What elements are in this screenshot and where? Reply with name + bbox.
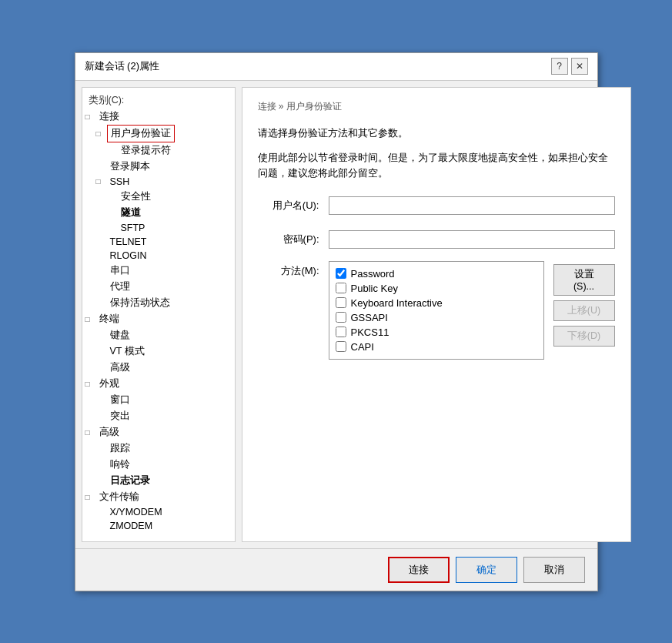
tree-item-trace[interactable]: 跟踪 — [85, 440, 232, 457]
tree-label-serial[interactable]: 串口 — [107, 263, 133, 279]
checkbox-pkcs11[interactable] — [336, 327, 346, 337]
tree-label-login-prompt[interactable]: 登录提示符 — [118, 142, 174, 159]
tree-item-serial[interactable]: 串口 — [85, 263, 232, 279]
tree-item-bell[interactable]: 响铃 — [85, 457, 232, 473]
spacer — [96, 460, 107, 469]
tree-item-rlogin[interactable]: RLOGIN — [85, 249, 232, 263]
tree-label-tunnel[interactable]: 隧道 — [118, 205, 144, 221]
tree-item-logging[interactable]: 日志记录 — [85, 473, 232, 489]
username-row: 用户名(U): — [258, 196, 615, 215]
spacer — [96, 444, 107, 453]
tree-item-tunnel[interactable]: 隧道 — [85, 205, 232, 221]
method-keyboard[interactable]: Keyboard Interactive — [336, 297, 537, 309]
tree-label-bell[interactable]: 响铃 — [107, 457, 133, 473]
ok-button[interactable]: 确定 — [456, 557, 517, 583]
tree-item-xymodem[interactable]: X/YMODEM — [85, 505, 232, 519]
tree-label-terminal[interactable]: 终端 — [96, 311, 122, 327]
spacer — [96, 477, 107, 485]
spacer — [96, 363, 107, 372]
breadcrumb: 连接 » 用户身份验证 — [258, 100, 615, 113]
spacer — [96, 331, 107, 340]
tree-item-keyboard[interactable]: 键盘 — [85, 327, 232, 343]
expander-icon: □ — [85, 493, 96, 501]
password-input[interactable] — [329, 230, 615, 249]
tree-item-login-script[interactable]: 登录脚本 — [85, 159, 232, 175]
tree-label-advanced-terminal[interactable]: 高级 — [107, 360, 133, 376]
tree-item-advanced-terminal[interactable]: 高级 — [85, 360, 232, 376]
move-down-button[interactable]: 下移(D) — [553, 326, 615, 347]
tree-label-sftp[interactable]: SFTP — [118, 221, 149, 235]
spacer — [96, 396, 107, 404]
tree-label-vt-mode[interactable]: VT 模式 — [107, 343, 148, 360]
spacer — [96, 299, 107, 307]
tree-item-login-prompt[interactable]: 登录提示符 — [85, 142, 232, 159]
tree-label-highlight[interactable]: 突出 — [107, 408, 133, 424]
tree-label-window[interactable]: 窗口 — [107, 392, 133, 408]
tree-item-filetransfer[interactable]: □ 文件传输 — [85, 489, 232, 505]
method-capi-label: CAPI — [351, 341, 374, 353]
tree-label-ssh[interactable]: SSH — [107, 175, 133, 189]
tree-item-terminal[interactable]: □ 终端 — [85, 311, 232, 327]
method-password[interactable]: Password — [336, 268, 537, 280]
settings-button[interactable]: 设置(S)... — [553, 264, 615, 296]
tree-item-connection[interactable]: □ 连接 — [85, 109, 232, 125]
title-buttons: ? ✕ — [551, 58, 588, 75]
connect-button[interactable]: 连接 — [388, 557, 450, 583]
tree-item-zmodem[interactable]: ZMODEM — [85, 519, 232, 533]
tree-item-security[interactable]: 安全性 — [85, 189, 232, 205]
username-input[interactable] — [329, 196, 615, 215]
tree-label-keyboard[interactable]: 键盘 — [107, 327, 133, 343]
tree-label-appearance[interactable]: 外观 — [96, 376, 122, 392]
expander-icon: □ — [85, 380, 96, 388]
tree-item-proxy[interactable]: 代理 — [85, 279, 232, 295]
tree-label-trace[interactable]: 跟踪 — [107, 440, 133, 457]
close-button[interactable]: ✕ — [571, 58, 588, 75]
category-label: 类别(C): — [85, 91, 232, 109]
tree-label-connection[interactable]: 连接 — [96, 109, 122, 125]
tree-label-user-auth[interactable]: 用户身份验证 — [107, 125, 175, 142]
tree-item-user-auth[interactable]: □ 用户身份验证 — [85, 125, 232, 142]
tree-panel: 类别(C): □ 连接 □ 用户身份验证 登录提示符 登录脚本 □ — [82, 87, 236, 542]
dialog-body: 类别(C): □ 连接 □ 用户身份验证 登录提示符 登录脚本 □ — [75, 81, 597, 548]
methods-area: 方法(M): Password Public Key Keyboard Inte… — [258, 261, 615, 360]
method-publickey[interactable]: Public Key — [336, 283, 537, 294]
help-button[interactable]: ? — [551, 58, 568, 75]
checkbox-capi[interactable] — [336, 341, 346, 352]
method-capi[interactable]: CAPI — [336, 341, 537, 353]
tree-label-telnet[interactable]: TELNET — [107, 235, 150, 249]
tree-label-filetransfer[interactable]: 文件传输 — [96, 489, 142, 505]
tree-label-security[interactable]: 安全性 — [118, 189, 154, 205]
tree-item-advanced[interactable]: □ 高级 — [85, 424, 232, 440]
tree-label-login-script[interactable]: 登录脚本 — [107, 159, 153, 175]
cancel-button[interactable]: 取消 — [523, 557, 585, 583]
spacer — [107, 146, 118, 155]
spacer — [96, 347, 107, 356]
method-gssapi[interactable]: GSSAPI — [336, 312, 537, 323]
tree-label-advanced[interactable]: 高级 — [96, 424, 122, 440]
checkbox-gssapi[interactable] — [336, 312, 346, 323]
tree-label-keepalive[interactable]: 保持活动状态 — [107, 295, 173, 311]
tree-label-xymodem[interactable]: X/YMODEM — [107, 505, 165, 519]
section-desc1: 请选择身份验证方法和其它参数。 — [258, 126, 615, 141]
spacer — [96, 251, 107, 260]
methods-buttons: 设置(S)... 上移(U) 下移(D) — [553, 261, 615, 360]
checkbox-publickey[interactable] — [336, 283, 346, 293]
tree-label-zmodem[interactable]: ZMODEM — [107, 519, 156, 533]
tree-item-highlight[interactable]: 突出 — [85, 408, 232, 424]
tree-item-appearance[interactable]: □ 外观 — [85, 376, 232, 392]
tree-label-rlogin[interactable]: RLOGIN — [107, 249, 150, 263]
tree-item-telnet[interactable]: TELNET — [85, 235, 232, 249]
checkbox-password[interactable] — [336, 268, 346, 279]
tree-item-keepalive[interactable]: 保持活动状态 — [85, 295, 232, 311]
spacer — [96, 521, 107, 530]
method-pkcs11[interactable]: PKCS11 — [336, 327, 537, 338]
tree-item-vt-mode[interactable]: VT 模式 — [85, 343, 232, 360]
tree-item-sftp[interactable]: SFTP — [85, 221, 232, 235]
dialog-title: 新建会话 (2)属性 — [85, 59, 160, 73]
tree-label-logging[interactable]: 日志记录 — [107, 473, 153, 489]
tree-item-window[interactable]: 窗口 — [85, 392, 232, 408]
tree-label-proxy[interactable]: 代理 — [107, 279, 133, 295]
tree-item-ssh[interactable]: □ SSH — [85, 175, 232, 189]
checkbox-keyboard[interactable] — [336, 297, 346, 308]
move-up-button[interactable]: 上移(U) — [553, 300, 615, 321]
